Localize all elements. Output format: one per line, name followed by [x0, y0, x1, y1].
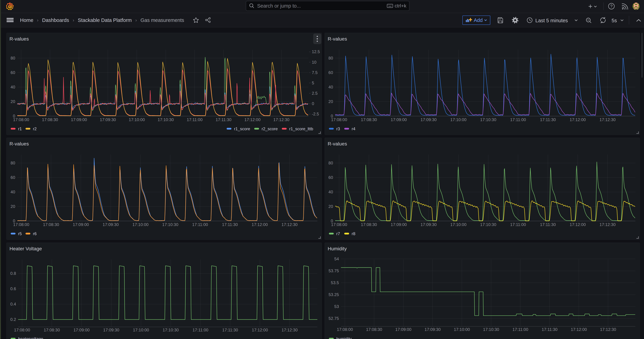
svg-text:17:12:30: 17:12:30 — [600, 117, 616, 122]
svg-text:20: 20 — [328, 99, 333, 104]
svg-text:12.5: 12.5 — [312, 49, 320, 54]
svg-text:54: 54 — [334, 256, 339, 261]
svg-text:r7: r7 — [336, 231, 340, 236]
svg-text:17:11:30: 17:11:30 — [222, 222, 238, 227]
svg-text:53.5: 53.5 — [331, 280, 339, 285]
svg-text:20: 20 — [328, 204, 333, 209]
svg-text:17:09:00: 17:09:00 — [73, 222, 89, 227]
svg-text:40: 40 — [328, 190, 333, 194]
svg-text:humidity: humidity — [336, 336, 352, 339]
svg-text:17:09:30: 17:09:30 — [102, 222, 119, 227]
svg-text:0.8: 0.8 — [10, 271, 16, 276]
svg-text:17:09:30: 17:09:30 — [420, 222, 436, 227]
svg-text:17:09:30: 17:09:30 — [424, 327, 441, 332]
svg-text:53.25: 53.25 — [328, 292, 339, 297]
svg-text:60: 60 — [10, 175, 15, 180]
svg-text:17:12:30: 17:12:30 — [282, 222, 298, 227]
svg-text:40: 40 — [10, 190, 15, 194]
svg-text:17:12:30: 17:12:30 — [273, 117, 290, 122]
svg-text:r2_score: r2_score — [262, 126, 278, 131]
svg-text:17:10:30: 17:10:30 — [162, 222, 178, 227]
svg-text:17:08:30: 17:08:30 — [361, 222, 377, 227]
svg-text:17:08:30: 17:08:30 — [361, 117, 377, 122]
svg-text:r2: r2 — [33, 126, 36, 131]
svg-text:r1: r1 — [18, 126, 22, 131]
svg-text:17:09:30: 17:09:30 — [100, 117, 116, 122]
svg-text:17:12:30: 17:12:30 — [600, 327, 616, 332]
svg-text:17:10:00: 17:10:00 — [454, 327, 470, 332]
svg-text:53: 53 — [334, 304, 339, 309]
svg-text:17:09:00: 17:09:00 — [395, 327, 411, 332]
svg-text:17:08:00: 17:08:00 — [13, 117, 29, 122]
svg-text:17:11:00: 17:11:00 — [510, 222, 526, 227]
svg-text:40: 40 — [10, 85, 15, 89]
svg-text:17:12:00: 17:12:00 — [571, 327, 587, 332]
svg-text:r6: r6 — [33, 231, 36, 236]
svg-text:2.5: 2.5 — [312, 91, 318, 96]
svg-text:17:11:30: 17:11:30 — [222, 328, 238, 332]
svg-text:17:11:30: 17:11:30 — [216, 117, 232, 122]
svg-text:17:12:00: 17:12:00 — [244, 117, 260, 122]
svg-text:7.5: 7.5 — [312, 70, 318, 75]
svg-text:60: 60 — [328, 70, 333, 75]
svg-text:5: 5 — [312, 80, 314, 85]
svg-text:17:10:00: 17:10:00 — [450, 117, 466, 122]
svg-text:17:10:30: 17:10:30 — [480, 117, 496, 122]
svg-text:17:09:30: 17:09:30 — [420, 117, 436, 122]
svg-text:17:08:00: 17:08:00 — [337, 327, 353, 332]
svg-text:17:12:00: 17:12:00 — [570, 222, 586, 227]
svg-text:17:08:00: 17:08:00 — [14, 328, 30, 332]
svg-text:20: 20 — [10, 99, 15, 104]
svg-text:0.4: 0.4 — [10, 302, 16, 306]
svg-text:17:09:00: 17:09:00 — [74, 328, 90, 332]
svg-text:r3: r3 — [336, 126, 340, 131]
svg-text:17:12:00: 17:12:00 — [252, 222, 268, 227]
svg-text:17:09:00: 17:09:00 — [391, 117, 407, 122]
svg-text:r1_score: r1_score — [234, 126, 250, 131]
svg-text:17:11:30: 17:11:30 — [542, 327, 558, 332]
svg-text:17:10:00: 17:10:00 — [450, 222, 466, 227]
svg-text:17:08:00: 17:08:00 — [331, 222, 347, 227]
svg-text:17:11:00: 17:11:00 — [192, 328, 208, 332]
svg-text:17:09:00: 17:09:00 — [71, 117, 87, 122]
svg-text:r4: r4 — [352, 126, 355, 131]
svg-text:20: 20 — [10, 204, 15, 209]
svg-text:53.75: 53.75 — [328, 268, 339, 273]
svg-text:17:10:30: 17:10:30 — [480, 222, 496, 227]
svg-text:17:09:00: 17:09:00 — [391, 222, 407, 227]
svg-text:17:09:30: 17:09:30 — [103, 328, 119, 332]
svg-text:heatervoltage: heatervoltage — [18, 336, 43, 339]
svg-text:17:11:00: 17:11:00 — [187, 117, 203, 122]
svg-text:60: 60 — [10, 70, 15, 75]
svg-text:80: 80 — [10, 160, 15, 165]
svg-text:17:11:30: 17:11:30 — [540, 222, 556, 227]
svg-text:-2.5: -2.5 — [312, 112, 319, 116]
svg-text:17:11:00: 17:11:00 — [192, 222, 208, 227]
svg-text:0.2: 0.2 — [10, 317, 16, 322]
svg-text:10: 10 — [312, 60, 316, 64]
svg-text:17:10:30: 17:10:30 — [163, 328, 179, 332]
svg-text:17:08:30: 17:08:30 — [44, 328, 60, 332]
svg-text:17:08:00: 17:08:00 — [13, 222, 29, 227]
svg-text:52.75: 52.75 — [328, 316, 339, 321]
svg-text:17:08:30: 17:08:30 — [366, 327, 382, 332]
svg-text:r5: r5 — [18, 231, 22, 236]
svg-text:40: 40 — [328, 85, 333, 89]
svg-text:80: 80 — [10, 56, 15, 60]
svg-text:17:11:30: 17:11:30 — [540, 117, 556, 122]
svg-text:17:10:30: 17:10:30 — [483, 327, 499, 332]
svg-text:17:08:30: 17:08:30 — [42, 117, 58, 122]
svg-text:17:10:00: 17:10:00 — [132, 222, 148, 227]
svg-text:17:08:00: 17:08:00 — [331, 117, 347, 122]
svg-text:r1_score_lttb: r1_score_lttb — [289, 126, 313, 131]
svg-text:17:12:30: 17:12:30 — [282, 328, 298, 332]
svg-text:17:12:00: 17:12:00 — [252, 328, 268, 332]
svg-text:?: ? — [610, 4, 612, 8]
svg-text:17:11:00: 17:11:00 — [512, 327, 528, 332]
svg-text:r8: r8 — [352, 231, 355, 236]
svg-text:80: 80 — [328, 160, 333, 165]
svg-text:80: 80 — [328, 56, 333, 60]
svg-text:60: 60 — [328, 175, 333, 180]
svg-text:17:10:00: 17:10:00 — [129, 117, 145, 122]
svg-text:17:12:00: 17:12:00 — [570, 117, 586, 122]
